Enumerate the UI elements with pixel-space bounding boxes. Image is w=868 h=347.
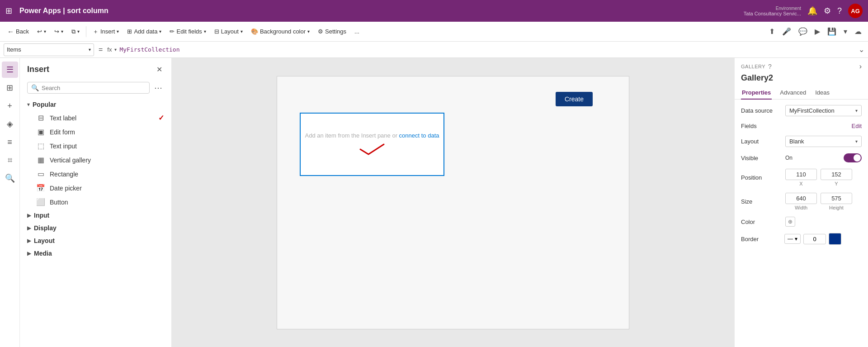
back-button[interactable]: ← Back — [4, 26, 33, 37]
tab-advanced[interactable]: Advanced — [779, 86, 807, 100]
search-input[interactable] — [42, 85, 146, 91]
tab-ideas[interactable]: Ideas — [814, 86, 830, 100]
list-item[interactable]: 📅 Date picker — [22, 181, 170, 195]
sidebar-item-media[interactable]: + — [2, 98, 18, 114]
edit-fields-button[interactable]: ✏ Edit fields ▾ — [166, 26, 209, 37]
save-dropdown-button[interactable]: ▾ — [841, 25, 850, 38]
settings-button[interactable]: ⚙ Settings — [314, 26, 350, 37]
fx-dropdown-icon[interactable]: ▾ — [114, 47, 117, 52]
category-popular[interactable]: ▾ Popular — [22, 98, 170, 111]
border-width-input[interactable] — [803, 234, 826, 244]
add-data-dropdown-icon: ▾ — [159, 29, 161, 34]
size-row: Size Width Height — [741, 193, 862, 210]
layout-category-label: Layout — [34, 237, 55, 244]
avatar[interactable]: AG — [848, 4, 863, 18]
sidebar-item-insert[interactable]: ☰ — [2, 62, 18, 78]
save-button[interactable]: 💾 — [825, 25, 839, 38]
insert-button[interactable]: ＋ Insert ▾ — [89, 26, 123, 38]
text-input-icon: ⬚ — [36, 142, 45, 150]
undo-button[interactable]: ↩ ▾ — [33, 26, 50, 37]
play-button[interactable]: ▶ — [812, 25, 823, 38]
mic-button[interactable]: 🎤 — [779, 25, 794, 38]
edit-fields-icon: ✏ — [170, 28, 175, 35]
layout-prop-value[interactable]: Blank ▾ — [785, 136, 862, 147]
layout-prop-label: Layout — [741, 138, 782, 145]
fields-edit-link[interactable]: Edit — [852, 123, 862, 129]
background-color-label: Background color — [260, 28, 306, 35]
sidebar-item-connectors[interactable]: ⌗ — [2, 152, 18, 168]
redo-button[interactable]: ↪ ▾ — [51, 26, 67, 37]
position-x-group: X — [785, 169, 817, 186]
toolbar: ← Back ↩ ▾ ↪ ▾ ⧉ ▾ ＋ Insert ▾ ⊞ Add data… — [0, 22, 868, 42]
grid-icon[interactable]: ⊞ — [5, 6, 12, 16]
panel-expand-button[interactable]: › — [859, 62, 862, 71]
layout-button[interactable]: ⊟ Layout ▾ — [211, 26, 246, 37]
size-height-input[interactable] — [821, 193, 852, 204]
visible-toggle[interactable] — [844, 153, 862, 162]
layout-chevron-icon: ▶ — [27, 238, 31, 244]
fields-label: Fields — [741, 123, 782, 129]
edit-form-item-label: Edit form — [50, 128, 75, 136]
size-label: Size — [741, 198, 782, 205]
list-item[interactable]: ▦ Vertical gallery — [22, 153, 170, 167]
border-style-selector[interactable]: — ▾ — [784, 234, 801, 244]
category-layout[interactable]: ▶ Layout — [22, 234, 170, 247]
list-item[interactable]: ⬜ Button — [22, 195, 170, 209]
property-selector[interactable]: Items ▾ — [4, 43, 94, 56]
sidebar-item-data[interactable]: ⊞ — [2, 80, 18, 96]
topbar-env: Environment Tata Consultancy Servic... — [744, 6, 801, 16]
vertical-gallery-item-label: Vertical gallery — [50, 157, 91, 164]
popular-label: Popular — [33, 101, 56, 108]
help-icon[interactable]: ? — [837, 6, 842, 16]
data-source-value[interactable]: MyFirstCollection ▾ — [785, 105, 862, 116]
gallery-placeholder[interactable]: Add an item from the Insert pane or conn… — [300, 113, 444, 176]
create-button[interactable]: Create — [556, 92, 593, 106]
canvas-area: Create Add an item from the Insert pane … — [172, 58, 734, 347]
list-item[interactable]: ⬚ Text input — [22, 139, 170, 153]
layout-row: Layout Blank ▾ — [741, 136, 862, 147]
position-x-input[interactable] — [785, 169, 817, 180]
gallery-help-icon[interactable]: ? — [768, 63, 772, 70]
insert-panel-title: Insert — [27, 65, 151, 74]
search-options-button[interactable]: ⋯ — [152, 81, 164, 95]
sidebar-item-variables[interactable]: ≡ — [2, 134, 18, 150]
connect-to-data-link[interactable]: connect to data — [399, 132, 439, 139]
insert-panel-header: Insert ✕ — [20, 58, 171, 79]
topbar-title: Power Apps | sort column — [19, 7, 108, 15]
copy-button[interactable]: ⧉ ▾ — [68, 26, 83, 37]
settings-icon[interactable]: ⚙ — [824, 6, 831, 16]
border-style-arrow: ▾ — [795, 236, 797, 242]
notification-icon[interactable]: 🔔 — [807, 6, 817, 16]
tab-properties[interactable]: Properties — [741, 86, 772, 100]
insert-close-button[interactable]: ✕ — [155, 63, 164, 76]
toggle-slider — [844, 153, 862, 162]
share-button[interactable]: ⬆ — [766, 25, 778, 38]
color-swatch[interactable] — [785, 217, 795, 227]
size-width-input[interactable] — [785, 193, 817, 204]
list-item[interactable]: ▣ Edit form — [22, 125, 170, 139]
property-selector-arrow: ▾ — [89, 47, 91, 52]
add-data-button[interactable]: ⊞ Add data ▾ — [123, 26, 165, 37]
category-input[interactable]: ▶ Input — [22, 209, 170, 222]
size-height-group: Height — [821, 193, 852, 210]
plus-icon: ＋ — [93, 28, 99, 36]
category-display[interactable]: ▶ Display — [22, 222, 170, 234]
input-label: Input — [34, 212, 49, 219]
background-color-button[interactable]: 🎨 Background color ▾ — [247, 26, 313, 37]
sidebar-item-components[interactable]: ◈ — [2, 116, 18, 132]
list-item[interactable]: ⊟ Text label ✓ — [22, 111, 170, 125]
chat-button[interactable]: 💬 — [796, 25, 810, 38]
list-item[interactable]: ▭ Rectangle — [22, 167, 170, 181]
edit-fields-label: Edit fields — [176, 28, 202, 35]
more-button[interactable]: ... — [351, 26, 363, 37]
topbar-right: Environment Tata Consultancy Servic... 🔔… — [744, 4, 863, 18]
position-y-input[interactable] — [821, 169, 852, 180]
category-media[interactable]: ▶ Media — [22, 247, 170, 260]
add-data-label: Add data — [134, 28, 157, 35]
formula-expand-icon[interactable]: ⌄ — [859, 45, 864, 54]
border-color-swatch[interactable] — [829, 233, 841, 245]
sidebar-item-search[interactable]: 🔍 — [2, 170, 18, 186]
publish-button[interactable]: ☁ — [852, 25, 864, 38]
formula-input[interactable] — [119, 46, 856, 53]
size-width-group: Width — [785, 193, 817, 210]
